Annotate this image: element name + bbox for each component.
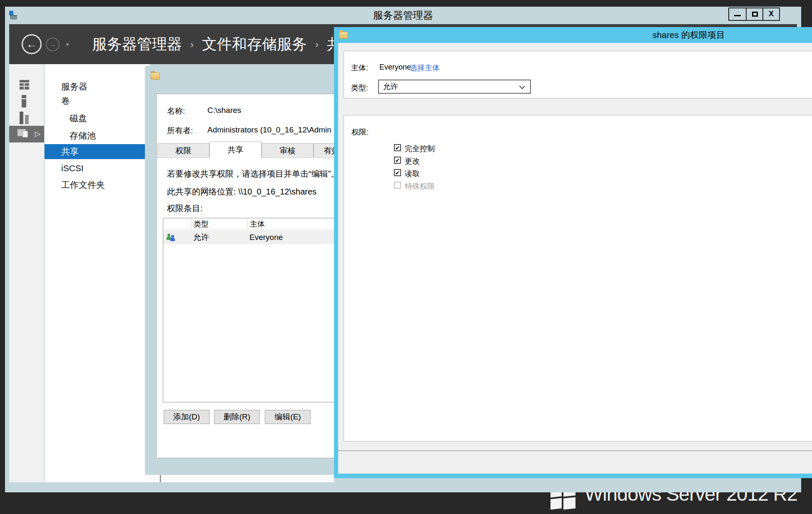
desktop: Windows Server 2012 R2 服务器管理器 X ← → ▼ 服务… bbox=[0, 0, 812, 514]
edit-button[interactable]: 编辑(E) bbox=[265, 410, 311, 424]
permission-entry-dialog: shares 的权限项目 主体: Everyone 选择主体 类型: 允许 权限… bbox=[334, 27, 812, 478]
properties-tabs: 权限 共享 审核 有效访问 bbox=[157, 142, 334, 158]
history-dropdown-icon[interactable]: ▼ bbox=[65, 42, 70, 47]
flyout-arrow-icon: ▷ bbox=[35, 129, 40, 139]
sidebar-menu: 服务器 卷 磁盘 存储池 共享 iSCSI 工作文件夹 bbox=[45, 64, 150, 482]
permissions-group: 权限: ✔ 完全控制 ✔ 更改 ✔ 读取 特殊权限 bbox=[344, 115, 812, 442]
checkbox-unchecked-icon bbox=[394, 182, 401, 189]
owner-label: 所有者: bbox=[167, 125, 193, 136]
network-location-label: 此共享的网络位置: bbox=[167, 187, 236, 196]
type-dropdown[interactable]: 允许 bbox=[378, 80, 531, 94]
permission-entries-table: 类型 主体 允许 Everyone bbox=[163, 218, 334, 402]
sidebar-item-shares[interactable]: 共享 bbox=[45, 144, 150, 159]
dashboard-icon[interactable] bbox=[20, 80, 29, 90]
add-button[interactable]: 添加(D) bbox=[164, 410, 209, 424]
owner-value: Administrators (10_0_16_12\Admin bbox=[207, 125, 331, 135]
file-storage-icon bbox=[17, 128, 32, 140]
breadcrumb-separator-icon: › bbox=[315, 39, 319, 50]
column-header-type[interactable]: 类型 bbox=[191, 218, 247, 230]
all-servers-icon[interactable] bbox=[20, 112, 29, 125]
tab-auditing[interactable]: 审核 bbox=[262, 143, 314, 157]
select-principal-link[interactable]: 选择主体 bbox=[410, 63, 440, 73]
title-bar: 服务器管理器 X bbox=[5, 7, 801, 24]
table-header: 类型 主体 bbox=[163, 218, 334, 230]
sidebar-item-iscsi[interactable]: iSCSI bbox=[45, 161, 150, 176]
chevron-down-icon bbox=[519, 83, 525, 89]
network-location-value: \\10_0_16_12\shares bbox=[238, 187, 316, 196]
tab-share[interactable]: 共享 bbox=[209, 142, 262, 158]
sidebar-item-servers[interactable]: 服务器 bbox=[45, 79, 150, 94]
local-server-icon[interactable] bbox=[22, 95, 26, 107]
permissions-label: 权限: bbox=[351, 127, 369, 137]
folder-icon bbox=[339, 32, 348, 39]
remove-button[interactable]: 删除(R) bbox=[214, 410, 260, 424]
permission-entries-label: 权限条目: bbox=[167, 203, 203, 214]
close-button[interactable]: X bbox=[762, 8, 779, 20]
back-icon: ← bbox=[26, 38, 37, 50]
name-value: C:\shares bbox=[207, 106, 241, 115]
properties-dialog: 名称: C:\shares 所有者: Administrators (10_0_… bbox=[156, 94, 334, 458]
window-controls: X bbox=[728, 7, 780, 21]
sidebar-item-storage-pools[interactable]: 存储池 bbox=[45, 128, 150, 143]
dialog-body: 主体: Everyone 选择主体 类型: 允许 权限: ✔ 完全控制 ✔ 更改 bbox=[338, 43, 812, 474]
forward-icon: → bbox=[49, 40, 57, 49]
dialog-title-bar: shares 的权限项目 bbox=[334, 27, 812, 43]
tab-permissions[interactable]: 权限 bbox=[157, 143, 209, 157]
column-header-icon[interactable] bbox=[163, 218, 191, 230]
close-icon: X bbox=[763, 8, 779, 20]
name-label: 名称: bbox=[167, 106, 185, 117]
sidebar-item-work-folders[interactable]: 工作文件夹 bbox=[45, 177, 150, 192]
tab-effective-access[interactable]: 有效访问 bbox=[314, 143, 334, 157]
network-location: 此共享的网络位置: \\10_0_16_12\shares bbox=[167, 186, 316, 197]
maximize-icon bbox=[752, 12, 758, 17]
checkbox-checked-icon[interactable]: ✔ bbox=[394, 144, 401, 151]
minimize-icon bbox=[734, 15, 741, 16]
checkbox-checked-icon[interactable]: ✔ bbox=[394, 157, 401, 164]
table-row[interactable]: 允许 Everyone bbox=[163, 230, 334, 244]
dialog-footer-divider bbox=[338, 450, 812, 451]
column-header-principal[interactable]: 主体 bbox=[247, 218, 334, 230]
content-area-edge bbox=[145, 475, 334, 482]
minimize-button[interactable] bbox=[729, 8, 746, 20]
share-properties-window: 名称: C:\shares 所有者: Administrators (10_0_… bbox=[145, 66, 334, 475]
share-permissions-instruction: 若要修改共享权限，请选择项目并单击“编辑”。 bbox=[167, 168, 334, 180]
principal-group: 主体: Everyone 选择主体 类型: 允许 bbox=[344, 51, 812, 98]
rail-item-file-storage-services[interactable]: ▷ bbox=[9, 126, 44, 142]
type-label: 类型: bbox=[351, 83, 368, 93]
divider bbox=[160, 475, 161, 482]
breadcrumb-item-server-manager[interactable]: 服务器管理器 bbox=[92, 35, 182, 52]
maximize-button[interactable] bbox=[746, 8, 762, 20]
dialog-title: shares 的权限项目 bbox=[647, 27, 730, 43]
sidebar-item-volumes[interactable]: 卷 bbox=[45, 93, 150, 108]
breadcrumb-item-file-storage[interactable]: 文件和存储服务 bbox=[202, 35, 307, 52]
principal-value: Everyone bbox=[379, 63, 411, 72]
sidebar-item-disks[interactable]: 磁盘 bbox=[45, 111, 150, 126]
breadcrumb-separator-icon: › bbox=[190, 39, 194, 50]
entry-type: 允许 bbox=[193, 230, 209, 244]
forward-button[interactable]: → bbox=[46, 37, 60, 51]
entry-principal: Everyone bbox=[249, 230, 283, 244]
back-button[interactable]: ← bbox=[22, 34, 42, 54]
checkbox-checked-icon[interactable]: ✔ bbox=[394, 169, 401, 176]
breadcrumb: 服务器管理器›文件和存储服务›共享 bbox=[92, 24, 357, 64]
window-title: 服务器管理器 bbox=[5, 7, 801, 24]
type-value: 允许 bbox=[383, 82, 398, 91]
principal-label: 主体: bbox=[351, 63, 368, 73]
folder-icon bbox=[151, 72, 160, 80]
properties-title-bar bbox=[145, 66, 334, 86]
users-icon bbox=[167, 234, 176, 241]
sidebar-icon-rail: ▷ bbox=[9, 64, 44, 482]
